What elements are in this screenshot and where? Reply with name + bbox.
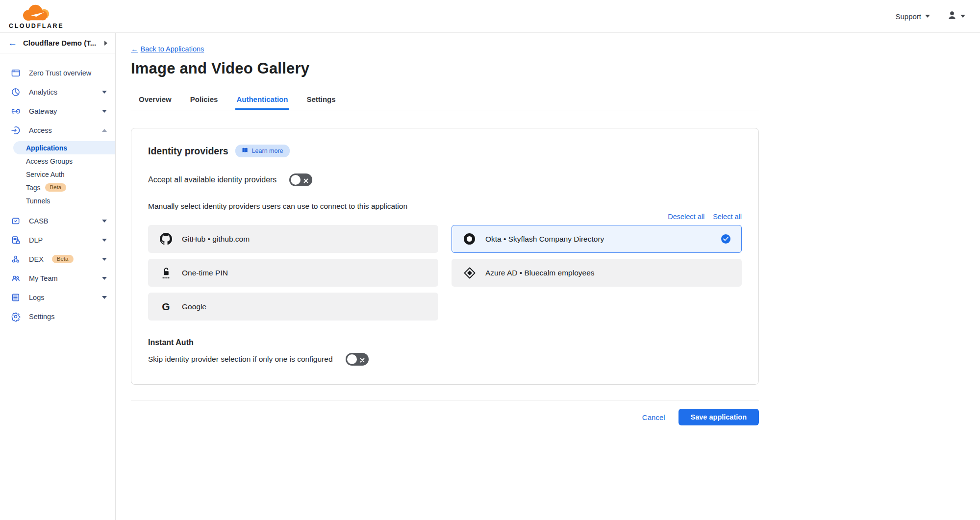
deselect-all-link[interactable]: Deselect all (668, 213, 704, 221)
sidebar-item-applications[interactable]: Applications (13, 141, 115, 154)
sidebar-item-my-team[interactable]: My Team (0, 269, 115, 288)
gear-icon (10, 311, 21, 322)
book-icon (242, 147, 249, 155)
google-icon: G (159, 301, 173, 312)
back-arrow-icon[interactable]: ← (8, 38, 17, 48)
one-time-pin-icon (159, 267, 173, 279)
card-heading: Identity providers (148, 146, 228, 157)
sidebar-item-label: DLP (29, 236, 43, 244)
provider-google[interactable]: G Google (148, 293, 438, 321)
footer-actions: Cancel Save application (131, 409, 759, 435)
tab-authentication[interactable]: Authentication (235, 90, 289, 110)
page-title: Image and Video Gallery (131, 60, 759, 77)
sidebar-item-tags[interactable]: Tags Beta (0, 181, 115, 194)
okta-icon (463, 233, 476, 245)
sidebar-item-service-auth[interactable]: Service Auth (0, 168, 115, 181)
select-all-link[interactable]: Select all (713, 213, 742, 221)
main-content: ← Back to Applications Image and Video G… (116, 33, 980, 520)
chevron-down-icon[interactable] (102, 258, 107, 261)
sidebar-item-casb[interactable]: CASB (0, 211, 115, 230)
azure-ad-icon (463, 267, 476, 279)
save-application-button[interactable]: Save application (678, 409, 759, 425)
tab-policies[interactable]: Policies (189, 90, 219, 110)
sidebar-item-label: My Team (29, 274, 58, 282)
sidebar-item-settings[interactable]: Settings (0, 307, 115, 326)
log-list-icon (10, 292, 21, 302)
provider-grid: GitHub • github.com Okta • Skyflash Comp… (148, 225, 742, 321)
sidebar-item-label: Gateway (29, 107, 57, 115)
sidebar-nav: Zero Trust overview Analytics Gateway (0, 53, 115, 326)
chevron-up-icon[interactable] (102, 129, 107, 132)
back-link-label: Back to Applications (141, 45, 204, 53)
chevron-down-icon[interactable] (102, 91, 107, 94)
sidebar-item-logs[interactable]: Logs (0, 288, 115, 307)
cloudflare-logo[interactable]: CLOUDFLARE (9, 3, 64, 29)
user-menu[interactable] (947, 10, 965, 23)
browser-window-icon (10, 68, 21, 78)
instant-auth-toggle[interactable] (346, 353, 369, 366)
accept-all-toggle[interactable] (289, 173, 312, 186)
cloudflare-wordmark: CLOUDFLARE (9, 23, 64, 29)
learn-more-badge[interactable]: Learn more (235, 145, 290, 157)
provider-name: Google (182, 302, 206, 311)
chevron-down-icon[interactable] (102, 296, 107, 299)
instant-auth-heading: Instant Auth (148, 338, 742, 347)
cancel-button[interactable]: Cancel (642, 413, 665, 421)
cloudflare-cloud-icon (17, 3, 55, 23)
manual-select-text: Manually select identity providers users… (148, 202, 742, 211)
chevron-down-icon[interactable] (102, 277, 107, 280)
sidebar-item-gateway[interactable]: Gateway (0, 101, 115, 121)
sidebar-item-dex[interactable]: DEX Beta (0, 249, 115, 269)
sidebar-item-access[interactable]: Access (0, 121, 115, 140)
sub-item-label: Tunnels (26, 197, 50, 205)
sub-item-label: Access Groups (26, 157, 73, 165)
sub-item-label: Tags (26, 184, 41, 192)
sidebar-item-label: DEX (29, 255, 44, 263)
provider-github[interactable]: GitHub • github.com (148, 225, 438, 253)
provider-okta[interactable]: Okta • Skyflash Company Directory (452, 225, 742, 253)
sidebar-item-tunnels[interactable]: Tunnels (0, 194, 115, 207)
document-lock-icon (10, 235, 21, 245)
provider-name: Okta • Skyflash Company Directory (485, 235, 604, 244)
provider-azure-ad[interactable]: Azure AD • Bluecalm employees (452, 259, 742, 287)
identity-providers-card: Identity providers Learn more Accept all… (131, 128, 759, 385)
account-name: Cloudflare Demo (T... (23, 39, 99, 47)
chevron-down-icon (925, 15, 930, 18)
chevron-down-icon[interactable] (102, 110, 107, 113)
sidebar-item-access-groups[interactable]: Access Groups (0, 154, 115, 168)
learn-more-label: Learn more (252, 148, 283, 154)
sub-item-label: Applications (26, 144, 67, 152)
sidebar-item-analytics[interactable]: Analytics (0, 82, 115, 101)
chevron-down-icon[interactable] (102, 220, 107, 223)
sidebar-item-zero-trust-overview[interactable]: Zero Trust overview (0, 63, 115, 82)
sidebar-item-label: Access (29, 126, 52, 134)
sub-item-label: Service Auth (26, 171, 65, 178)
gateway-icon (10, 106, 21, 116)
sidebar-item-dlp[interactable]: DLP (0, 230, 115, 249)
user-icon (947, 10, 957, 23)
sidebar: ← Cloudflare Demo (T... Zero Trust overv… (0, 33, 116, 520)
tab-bar: Overview Policies Authentication Setting… (131, 90, 759, 110)
footer-divider (131, 400, 759, 400)
sidebar-item-label: Analytics (29, 88, 57, 96)
chevron-right-icon[interactable] (104, 41, 107, 46)
selected-check-icon (721, 234, 730, 244)
tab-overview[interactable]: Overview (138, 90, 173, 110)
back-to-applications-link[interactable]: ← Back to Applications (131, 45, 204, 53)
support-menu[interactable]: Support (895, 12, 930, 21)
x-icon (359, 356, 365, 365)
beta-badge: Beta (52, 255, 74, 264)
access-login-icon (10, 125, 21, 135)
toggle-knob (291, 175, 301, 185)
sidebar-item-label: CASB (29, 217, 49, 225)
chevron-down-icon (960, 15, 965, 18)
access-sub-list: Applications Access Groups Service Auth … (0, 140, 115, 211)
account-switcher: ← Cloudflare Demo (T... (0, 33, 115, 53)
tab-settings[interactable]: Settings (305, 90, 336, 110)
pie-chart-icon (10, 87, 21, 97)
chevron-down-icon[interactable] (102, 239, 107, 242)
provider-one-time-pin[interactable]: One-time PIN (148, 259, 438, 287)
back-arrow-icon: ← (131, 45, 138, 53)
people-icon (10, 273, 21, 283)
beta-badge: Beta (45, 183, 67, 192)
